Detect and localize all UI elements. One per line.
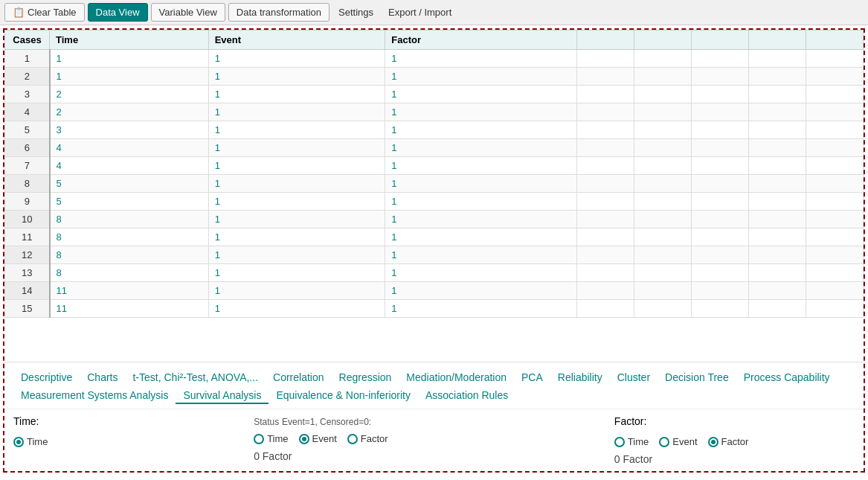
cell-value[interactable]: 1 [385, 175, 576, 193]
status-radio-factor[interactable]: Factor [347, 433, 388, 444]
nav-mediation[interactable]: Mediation/Moderation [399, 370, 514, 385]
nav-equivalence[interactable]: Equivalence & Non-inferiority [269, 388, 418, 404]
cell-value[interactable]: 1 [208, 139, 385, 157]
status-section: Status Event=1, Censored=0: Time Event F… [254, 415, 614, 462]
clear-table-button[interactable]: 📋 Clear Table [4, 3, 85, 22]
nav-association-rules[interactable]: Association Rules [418, 388, 515, 404]
cell-value[interactable]: 1 [208, 282, 385, 300]
cell-empty [576, 68, 634, 86]
cell-value[interactable]: 1 [50, 68, 209, 86]
settings-button[interactable]: Settings [332, 4, 379, 21]
cell-value[interactable]: 1 [208, 193, 385, 211]
cell-empty [806, 246, 863, 264]
status-radio-time[interactable]: Time [254, 433, 288, 444]
cell-value[interactable]: 1 [385, 86, 576, 103]
status-radio-event[interactable]: Event [299, 433, 337, 444]
cell-value[interactable]: 1 [385, 193, 576, 211]
cell-cases[interactable]: 6 [5, 139, 50, 157]
cell-value[interactable]: 1 [208, 175, 385, 193]
tab-data-transformation[interactable]: Data transformation [228, 3, 329, 22]
cell-value[interactable]: 4 [50, 157, 209, 175]
cell-value[interactable]: 1 [385, 103, 576, 121]
cell-value[interactable]: 2 [50, 86, 209, 103]
cell-value[interactable]: 2 [50, 103, 209, 121]
nav-regression[interactable]: Regression [332, 370, 399, 385]
cell-cases[interactable]: 13 [5, 264, 50, 282]
cell-value[interactable]: 1 [208, 264, 385, 282]
table-row: 5311 [5, 121, 864, 139]
nav-survival-analysis[interactable]: Survival Analysis [176, 388, 269, 404]
col-header-factor: Factor [385, 31, 576, 50]
nav-decision-tree[interactable]: Decision Tree [658, 370, 736, 385]
cell-value[interactable]: 4 [50, 139, 209, 157]
nav-t-test[interactable]: t-Test, Chi²-Test, ANOVA,... [125, 370, 266, 385]
cell-value[interactable]: 11 [50, 300, 209, 318]
cell-cases[interactable]: 3 [5, 86, 50, 103]
cell-cases[interactable]: 11 [5, 228, 50, 246]
nav-pca[interactable]: PCA [514, 370, 550, 385]
cell-value[interactable]: 1 [385, 68, 576, 86]
cell-cases[interactable]: 4 [5, 103, 50, 121]
cell-empty [748, 103, 806, 121]
factor-radio-event[interactable]: Event [659, 436, 697, 447]
cell-value[interactable]: 5 [50, 175, 209, 193]
cell-cases[interactable]: 8 [5, 175, 50, 193]
cell-value[interactable]: 1 [208, 121, 385, 139]
cell-cases[interactable]: 14 [5, 282, 50, 300]
cell-value[interactable]: 8 [50, 211, 209, 228]
cell-value[interactable]: 1 [208, 50, 385, 68]
cell-value[interactable]: 1 [385, 264, 576, 282]
clear-table-label: Clear Table [28, 7, 77, 18]
cell-cases[interactable]: 7 [5, 157, 50, 175]
cell-value[interactable]: 1 [208, 68, 385, 86]
cell-value[interactable]: 1 [208, 157, 385, 175]
cell-value[interactable]: 1 [208, 211, 385, 228]
cell-value[interactable]: 5 [50, 193, 209, 211]
cell-value[interactable]: 1 [385, 157, 576, 175]
cell-value[interactable]: 1 [208, 246, 385, 264]
time-radio-time[interactable]: Time [13, 436, 48, 447]
factor-radio-group: Time Event Factor [614, 436, 855, 447]
cell-value[interactable]: 1 [385, 50, 576, 68]
export-import-button[interactable]: Export / Import [382, 4, 457, 21]
factor-radio-time[interactable]: Time [614, 436, 649, 447]
cell-empty [634, 282, 691, 300]
nav-reliability[interactable]: Reliability [550, 370, 610, 385]
cell-value[interactable]: 1 [50, 50, 209, 68]
nav-cluster[interactable]: Cluster [610, 370, 658, 385]
cell-cases[interactable]: 1 [5, 50, 50, 68]
cell-value[interactable]: 8 [50, 228, 209, 246]
cell-empty [806, 282, 863, 300]
cell-value[interactable]: 3 [50, 121, 209, 139]
cell-cases[interactable]: 15 [5, 300, 50, 318]
tab-data-view[interactable]: Data View [88, 3, 148, 22]
nav-process-capability[interactable]: Process Capability [736, 370, 838, 385]
cell-value[interactable]: 8 [50, 264, 209, 282]
cell-value[interactable]: 1 [208, 228, 385, 246]
nav-charts[interactable]: Charts [80, 370, 125, 385]
cell-value[interactable]: 1 [208, 300, 385, 318]
nav-correlation[interactable]: Correlation [266, 370, 331, 385]
table-row: 1111 [5, 50, 864, 68]
cell-value[interactable]: 1 [385, 300, 576, 318]
cell-cases[interactable]: 12 [5, 246, 50, 264]
cell-value[interactable]: 1 [208, 86, 385, 103]
cell-value[interactable]: 1 [385, 139, 576, 157]
data-table-wrapper[interactable]: Cases Time Event Factor 1111211132114211… [4, 30, 864, 362]
cell-value[interactable]: 1 [385, 282, 576, 300]
cell-cases[interactable]: 2 [5, 68, 50, 86]
cell-value[interactable]: 8 [50, 246, 209, 264]
nav-descriptive[interactable]: Descriptive [13, 370, 80, 385]
cell-value[interactable]: 1 [385, 121, 576, 139]
cell-value[interactable]: 1 [385, 211, 576, 228]
cell-value[interactable]: 11 [50, 282, 209, 300]
cell-value[interactable]: 1 [385, 228, 576, 246]
cell-value[interactable]: 1 [208, 103, 385, 121]
cell-cases[interactable]: 5 [5, 121, 50, 139]
tab-variable-view[interactable]: Variable View [151, 3, 225, 22]
factor-radio-factor[interactable]: Factor [708, 436, 749, 447]
cell-value[interactable]: 1 [385, 246, 576, 264]
nav-measurement-systems[interactable]: Measurement Systems Analysis [13, 388, 176, 404]
cell-cases[interactable]: 10 [5, 211, 50, 228]
cell-cases[interactable]: 9 [5, 193, 50, 211]
